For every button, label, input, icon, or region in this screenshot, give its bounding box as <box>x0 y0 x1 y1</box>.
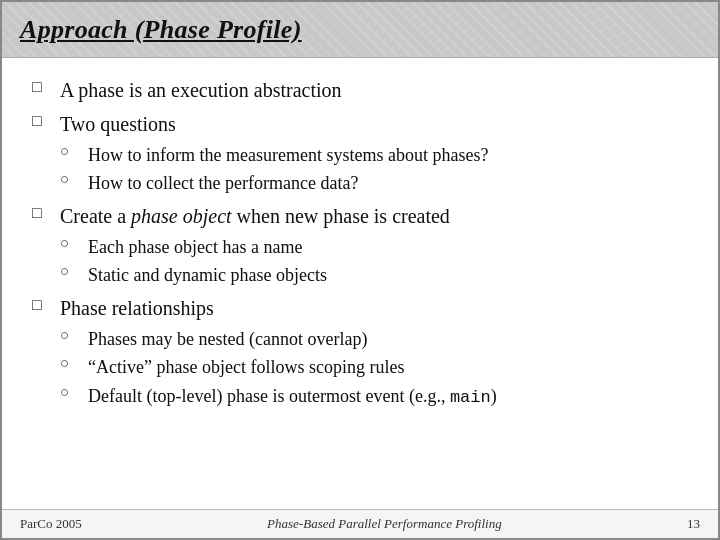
bullet-1-text: A phase is an execution abstraction <box>60 76 342 104</box>
footer-left: ParCo 2005 <box>20 516 82 532</box>
bullet-2-text: Two questions <box>60 113 176 135</box>
bullet-3-content: Create a phase object when new phase is … <box>60 202 450 288</box>
bullet-2-marker: □ <box>32 112 50 130</box>
sub-marker: ○ <box>60 263 78 280</box>
sub-text: How to collect the performance data? <box>88 170 358 196</box>
sub-marker: ○ <box>60 143 78 160</box>
bullet-3: □ Create a phase object when new phase i… <box>32 202 688 288</box>
slide-body: □ A phase is an execution abstraction □ … <box>2 58 718 509</box>
footer-right: 13 <box>687 516 700 532</box>
bullet-1-marker: □ <box>32 78 50 96</box>
slide-header: Approach (Phase Profile) <box>2 2 718 58</box>
list-item: ○ “Active” phase object follows scoping … <box>60 354 497 380</box>
list-item: ○ How to collect the performance data? <box>60 170 488 196</box>
main-monospace: main <box>450 388 491 407</box>
sub-text: Each phase object has a name <box>88 234 302 260</box>
bullet-4-subitems: ○ Phases may be nested (cannot overlap) … <box>60 326 497 410</box>
sub-marker: ○ <box>60 384 78 401</box>
bullet-3-subitems: ○ Each phase object has a name ○ Static … <box>60 234 450 288</box>
sub-text: “Active” phase object follows scoping ru… <box>88 354 404 380</box>
bullet-4-marker: □ <box>32 296 50 314</box>
slide: Approach (Phase Profile) □ A phase is an… <box>0 0 720 540</box>
bullet-2-content: Two questions ○ How to inform the measur… <box>60 110 488 196</box>
list-item: ○ Static and dynamic phase objects <box>60 262 450 288</box>
bullet-4-content: Phase relationships ○ Phases may be nest… <box>60 294 497 410</box>
bullet-4-text: Phase relationships <box>60 297 214 319</box>
sub-marker: ○ <box>60 327 78 344</box>
bullet-3-marker: □ <box>32 204 50 222</box>
sub-text: Phases may be nested (cannot overlap) <box>88 326 367 352</box>
bullet-1: □ A phase is an execution abstraction <box>32 76 688 104</box>
bullet-2-subitems: ○ How to inform the measurement systems … <box>60 142 488 196</box>
footer-center: Phase-Based Parallel Performance Profili… <box>267 516 502 532</box>
slide-footer: ParCo 2005 Phase-Based Parallel Performa… <box>2 509 718 538</box>
sub-text: Default (top-level) phase is outermost e… <box>88 383 497 411</box>
sub-text: Static and dynamic phase objects <box>88 262 327 288</box>
bullet-3-text: Create a phase object when new phase is … <box>60 205 450 227</box>
sub-text: How to inform the measurement systems ab… <box>88 142 488 168</box>
list-item: ○ Default (top-level) phase is outermost… <box>60 383 497 411</box>
sub-marker: ○ <box>60 235 78 252</box>
phase-object-italic: phase object <box>131 205 232 227</box>
sub-marker: ○ <box>60 171 78 188</box>
list-item: ○ Phases may be nested (cannot overlap) <box>60 326 497 352</box>
bullet-4: □ Phase relationships ○ Phases may be ne… <box>32 294 688 410</box>
list-item: ○ Each phase object has a name <box>60 234 450 260</box>
bullet-2: □ Two questions ○ How to inform the meas… <box>32 110 688 196</box>
list-item: ○ How to inform the measurement systems … <box>60 142 488 168</box>
slide-title: Approach (Phase Profile) <box>20 15 302 45</box>
sub-marker: ○ <box>60 355 78 372</box>
